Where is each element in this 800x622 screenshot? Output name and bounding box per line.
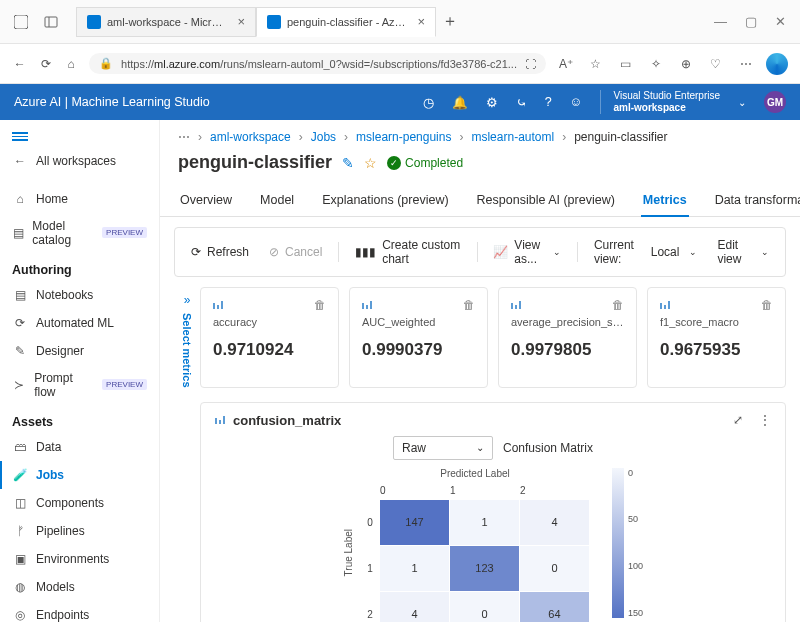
crumb[interactable]: mslearn-automl: [471, 130, 554, 144]
view-as-button[interactable]: 📈View as...⌄: [485, 234, 569, 270]
heatmap-cell: 147: [380, 500, 450, 546]
chart-icon: [511, 301, 521, 309]
crumb[interactable]: aml-workspace: [210, 130, 291, 144]
bing-copilot-icon[interactable]: [766, 53, 788, 75]
tab-data-transformation[interactable]: Data transformation (preview): [713, 185, 800, 216]
feedback-icon[interactable]: ⤿: [516, 95, 527, 110]
tab-overview[interactable]: Overview: [178, 185, 234, 216]
cancel-icon: ⊘: [269, 245, 279, 259]
svg-rect-1: [45, 17, 57, 27]
sidebar-toggle-icon[interactable]: [42, 13, 60, 31]
delete-icon[interactable]: 🗑: [612, 298, 624, 312]
collections-icon[interactable]: ▭: [616, 54, 636, 74]
tab-model[interactable]: Model: [258, 185, 296, 216]
sidebar-item-endpoints[interactable]: ◎Endpoints: [0, 601, 159, 623]
legend-ticks: 050100150: [628, 468, 643, 618]
wellbeing-icon[interactable]: ♡: [706, 54, 726, 74]
tab-metrics[interactable]: Metrics: [641, 185, 689, 217]
heatmap-cell: 0: [450, 592, 520, 622]
sidebar-item-designer[interactable]: ✎Designer: [0, 337, 159, 365]
chart-icon: [213, 301, 223, 309]
delete-icon[interactable]: 🗑: [314, 298, 326, 312]
sidebar-item-automated-ml[interactable]: ⟳Automated ML: [0, 309, 159, 337]
hamburger-menu[interactable]: [0, 126, 159, 147]
sidebar-item-prompt-flow[interactable]: ≻Prompt flowPREVIEW: [0, 365, 159, 405]
catalog-icon: ▤: [12, 225, 24, 241]
flow-icon: ≻: [12, 377, 26, 393]
sidebar-item-jobs[interactable]: 🧪Jobs: [0, 461, 159, 489]
delete-icon[interactable]: 🗑: [463, 298, 475, 312]
metric-name: AUC_weighted: [362, 316, 475, 328]
shopping-icon[interactable]: ⛶: [525, 58, 536, 70]
edit-view-button[interactable]: Edit view⌄: [709, 234, 777, 270]
favorites-bar-icon[interactable]: ✧: [646, 54, 666, 74]
expand-icon[interactable]: ⤢: [733, 413, 743, 427]
chevron-right-icon: »: [184, 293, 191, 307]
help-icon[interactable]: ?: [545, 95, 552, 109]
browser-tab-1[interactable]: penguin-classifier - Azure AI | M ×: [256, 7, 436, 37]
more-icon[interactable]: ⋯: [736, 54, 756, 74]
notifications-icon[interactable]: 🔔: [452, 95, 468, 110]
browser-tab-0[interactable]: aml-workspace - Microsoft Azur ×: [76, 7, 256, 37]
sidebar-item-models[interactable]: ◍Models: [0, 573, 159, 601]
tab-label: aml-workspace - Microsoft Azur: [107, 16, 227, 28]
close-icon[interactable]: ×: [417, 14, 425, 29]
current-view[interactable]: Current view: Local⌄: [586, 234, 706, 270]
subscription-selector[interactable]: Visual Studio Enterprise aml-workspace: [600, 90, 720, 114]
crumb[interactable]: mslearn-penguins: [356, 130, 451, 144]
color-scale-legend: [612, 468, 624, 618]
tab-responsible-ai[interactable]: Responsible AI (preview): [475, 185, 617, 216]
sidebar-item-all-workspaces[interactable]: ←All workspaces: [0, 147, 159, 175]
chevron-down-icon[interactable]: ⌄: [738, 97, 746, 108]
heatmap-cell: 1: [380, 546, 450, 592]
metric-card[interactable]: 🗑average_precision_sco...0.9979805: [498, 287, 637, 388]
pipelines-icon: ᚠ: [12, 523, 28, 539]
sidebar-item-components[interactable]: ◫Components: [0, 489, 159, 517]
heatmap-cell: 1: [450, 500, 520, 546]
smile-icon[interactable]: ☺: [570, 95, 583, 109]
heatmap-cell: 0: [520, 546, 590, 592]
clock-icon[interactable]: ◷: [423, 95, 434, 110]
breadcrumb-overflow[interactable]: ⋯: [178, 130, 190, 144]
star-icon[interactable]: ☆: [364, 155, 377, 171]
cm-label: Confusion Matrix: [503, 441, 593, 455]
cancel-button: ⊘Cancel: [261, 241, 330, 263]
url-field[interactable]: 🔒 https://ml.azure.com/runs/mslearn-auto…: [89, 53, 546, 74]
metric-card[interactable]: 🗑f1_score_macro0.9675935: [647, 287, 786, 388]
sidebar-item-notebooks[interactable]: ▤Notebooks: [0, 281, 159, 309]
read-aloud-icon[interactable]: A⁺: [556, 54, 576, 74]
refresh-button[interactable]: ⟳Refresh: [183, 241, 257, 263]
maximize-button[interactable]: ▢: [745, 14, 757, 29]
data-icon: 🗃: [12, 439, 28, 455]
tab-favicon: [267, 15, 281, 29]
tab-explanations[interactable]: Explanations (preview): [320, 185, 450, 216]
new-tab-button[interactable]: ＋: [436, 7, 464, 37]
favorite-icon[interactable]: ☆: [586, 54, 606, 74]
crumb[interactable]: Jobs: [311, 130, 336, 144]
settings-icon[interactable]: ⚙: [486, 95, 498, 110]
more-icon[interactable]: ⋮: [759, 413, 771, 427]
close-button[interactable]: ✕: [775, 14, 786, 29]
col-header: 1: [450, 481, 520, 500]
select-metrics-panel[interactable]: » Select metrics: [174, 287, 200, 388]
avatar[interactable]: GM: [764, 91, 786, 113]
minimize-button[interactable]: —: [714, 14, 727, 29]
close-icon[interactable]: ×: [237, 14, 245, 29]
sidebar-item-pipelines[interactable]: ᚠPipelines: [0, 517, 159, 545]
sidebar-item-home[interactable]: ⌂Home: [0, 185, 159, 213]
back-button[interactable]: ←: [12, 54, 28, 74]
sidebar-item-environments[interactable]: ▣Environments: [0, 545, 159, 573]
cm-format-dropdown[interactable]: Raw ⌄: [393, 436, 493, 460]
metric-card[interactable]: 🗑accuracy0.9710924: [200, 287, 339, 388]
sidebar-item-data[interactable]: 🗃Data: [0, 433, 159, 461]
home-button[interactable]: ⌂: [63, 54, 79, 74]
extensions-icon[interactable]: ⊕: [676, 54, 696, 74]
sidebar-item-model-catalog[interactable]: ▤Model catalogPREVIEW: [0, 213, 159, 253]
lock-icon: 🔒: [99, 57, 113, 70]
refresh-button[interactable]: ⟳: [38, 54, 54, 74]
create-chart-button[interactable]: ▮▮▮Create custom chart: [347, 234, 468, 270]
edit-icon[interactable]: ✎: [342, 155, 354, 171]
delete-icon[interactable]: 🗑: [761, 298, 773, 312]
workspaces-icon[interactable]: [12, 13, 30, 31]
metric-card[interactable]: 🗑AUC_weighted0.9990379: [349, 287, 488, 388]
